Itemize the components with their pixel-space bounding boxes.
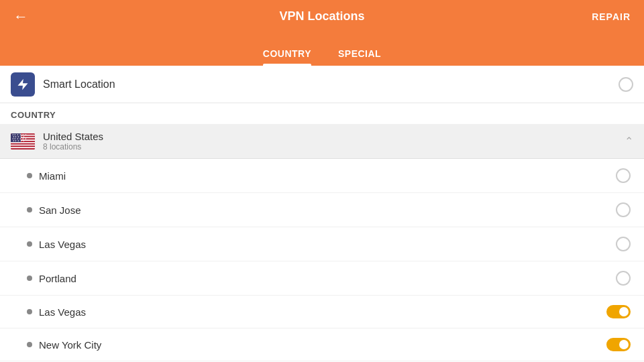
tab-special[interactable]: SPECIAL — [338, 48, 381, 66]
location-name: Las Vegas — [39, 239, 86, 250]
smart-location-radio[interactable] — [619, 77, 633, 92]
location-radio[interactable] — [616, 271, 631, 286]
location-name: Portland — [39, 273, 76, 284]
smart-location-icon — [11, 72, 35, 97]
tab-country[interactable]: COUNTRY — [263, 48, 311, 66]
country-count: 8 locations — [43, 142, 103, 152]
list-item[interactable]: Las Vegas — [0, 227, 644, 261]
location-dot — [27, 207, 32, 213]
svg-text:★ ★ ★ ★ ★: ★ ★ ★ ★ ★ — [13, 139, 25, 142]
location-dot — [27, 342, 32, 347]
svg-rect-9 — [11, 143, 35, 144]
us-country-row[interactable]: ★ ★ ★ ★ ★ ★ ★ ★ ★ ★ ★ ★ ★ ★ ★ ★ ★ ★ ★ ★ … — [0, 124, 644, 159]
location-dot — [27, 276, 32, 281]
svg-rect-12 — [11, 147, 35, 148]
tab-bar: COUNTRY SPECIAL — [0, 34, 644, 66]
smart-location-row[interactable]: Smart Location — [0, 66, 644, 103]
location-dot — [27, 241, 32, 247]
location-radio[interactable] — [616, 168, 631, 183]
list-item[interactable]: Portland — [0, 261, 644, 296]
repair-button[interactable]: REPAIR — [592, 11, 631, 22]
svg-rect-8 — [11, 141, 35, 143]
svg-rect-11 — [11, 145, 35, 147]
svg-rect-13 — [11, 148, 35, 149]
location-name: San Jose — [39, 204, 81, 216]
location-toggle[interactable] — [606, 305, 631, 318]
location-dot — [27, 309, 32, 314]
location-radio[interactable] — [616, 237, 631, 251]
smart-location-label: Smart Location — [43, 78, 115, 90]
svg-rect-10 — [11, 144, 35, 145]
chevron-up-icon: ⌃ — [625, 135, 633, 147]
country-name: United States — [43, 131, 103, 142]
list-item[interactable]: San Jose — [0, 193, 644, 227]
location-radio[interactable] — [616, 202, 631, 217]
list-item[interactable]: Las Vegas — [0, 296, 644, 328]
country-section-header: COUNTRY — [0, 103, 644, 124]
location-name: Las Vegas — [39, 306, 86, 318]
us-flag-icon: ★ ★ ★ ★ ★ ★ ★ ★ ★ ★ ★ ★ ★ ★ ★ ★ ★ ★ ★ ★ … — [11, 133, 35, 149]
location-name: New York City — [39, 339, 101, 351]
location-dot — [27, 173, 32, 178]
location-name: Miami — [39, 170, 66, 182]
location-toggle[interactable] — [606, 338, 631, 351]
list-item[interactable]: Miami — [0, 159, 644, 193]
back-button[interactable]: ← — [13, 8, 28, 25]
page-title: VPN Locations — [279, 9, 364, 23]
list-item[interactable]: New York City — [0, 328, 644, 361]
